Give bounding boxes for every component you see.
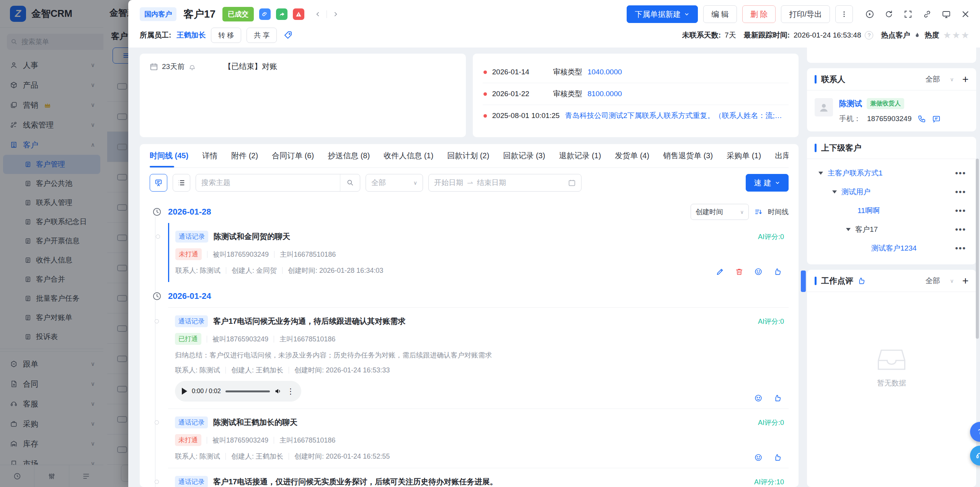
entry-meta: 联系人: 陈测试创建人: 王鹤加长创建时间: 2026-01-24 16:53:… <box>175 366 784 375</box>
help-icon[interactable]: ? <box>865 31 873 39</box>
reminder-title[interactable]: 【已结束】对账 <box>224 61 277 72</box>
audio-progress[interactable] <box>225 390 270 392</box>
thumbs-up-icon[interactable] <box>773 453 782 462</box>
print-export-button[interactable]: 打印/导出 <box>781 5 830 23</box>
tag-icon[interactable] <box>284 31 293 40</box>
caret-down-icon[interactable] <box>818 172 823 175</box>
transfer-button[interactable]: 转 移 <box>211 28 241 43</box>
search-icon[interactable] <box>340 174 360 191</box>
link-icon[interactable] <box>923 10 932 19</box>
node-more-icon[interactable]: ••• <box>955 168 966 178</box>
node-more-icon[interactable]: ••• <box>955 243 966 253</box>
tab-抄送信息[interactable]: 抄送信息 (8) <box>328 144 370 167</box>
notice-row: 2026-01-22审核类型8100.0000 <box>483 83 789 105</box>
comment-smiley-icon[interactable] <box>754 453 763 462</box>
detail-card: 时间线 (45)详情附件 (2)合同订单 (6)抄送信息 (8)收件人信息 (1… <box>140 144 799 487</box>
thumbs-up-icon[interactable] <box>773 394 782 402</box>
caret-down-icon[interactable] <box>846 228 851 231</box>
contact-name-link[interactable]: 陈测试 <box>839 98 862 109</box>
board-view-button[interactable] <box>150 174 167 192</box>
tree-node-客户17[interactable]: 客户17••• <box>811 220 972 239</box>
share-forward-icon[interactable] <box>276 8 287 20</box>
tab-附件[interactable]: 附件 (2) <box>231 144 258 167</box>
tree-node-label[interactable]: 测试客户1234 <box>871 243 916 253</box>
tree-node-主客户联系方式1[interactable]: 主客户联系方式1••• <box>811 164 972 182</box>
call-icon[interactable] <box>918 115 926 123</box>
call-status-badge: 已打通 <box>175 333 201 345</box>
refresh-icon[interactable] <box>884 10 893 19</box>
edit-button[interactable]: 编 辑 <box>703 5 737 23</box>
reminder-card: 23天前 【已结束】对账 <box>140 54 466 137</box>
prev-record-icon[interactable] <box>312 10 324 19</box>
tree-node-测试客户1234[interactable]: 测试客户1234••• <box>811 239 972 257</box>
comment-smiley-icon[interactable] <box>754 267 763 276</box>
close-icon[interactable] <box>961 10 970 19</box>
caret-down-icon[interactable] <box>832 190 837 193</box>
scrollbar-thumb[interactable] <box>976 159 979 339</box>
entry-title-row: 通话记录客户17电话接通，仅进行问候无实质业务探讨，后续可关注历史待办对账任务进… <box>175 476 784 487</box>
tree-node-label[interactable]: 测试用户 <box>841 187 871 197</box>
delete-button[interactable]: 删 除 <box>742 5 776 23</box>
tab-时间线[interactable]: 时间线 (45) <box>150 144 188 167</box>
node-more-icon[interactable]: ••• <box>955 206 966 216</box>
owner-name-link[interactable]: 王鹤加长 <box>176 30 206 40</box>
tab-发货单[interactable]: 发货单 (4) <box>615 144 649 167</box>
warning-icon[interactable] <box>293 8 304 20</box>
node-more-icon[interactable]: ••• <box>955 187 966 197</box>
next-record-icon[interactable] <box>329 10 341 19</box>
attachment-icon[interactable] <box>259 8 271 20</box>
thumbs-up-icon[interactable] <box>773 267 782 276</box>
more-actions-button[interactable] <box>835 5 853 23</box>
delete-icon[interactable] <box>735 267 743 276</box>
share-button[interactable]: 共 享 <box>247 28 277 43</box>
tab-销售退货单[interactable]: 销售退货单 (3) <box>663 144 713 167</box>
audio-player[interactable]: 0:00 / 0:02⋮ <box>175 381 301 402</box>
tab-回款记录[interactable]: 回款记录 (3) <box>503 144 545 167</box>
node-more-icon[interactable]: ••• <box>955 225 966 234</box>
sort-field-select[interactable]: 创建时间∨ <box>691 204 749 220</box>
tab-出库单[interactable]: 出库单 (4) <box>775 144 789 167</box>
tree-node-label[interactable]: 主客户联系方式1 <box>828 168 883 178</box>
audio-menu-icon[interactable]: ⋮ <box>287 387 294 396</box>
empty-text: 暂无数据 <box>877 378 906 388</box>
add-review-button[interactable]: + <box>962 275 969 286</box>
sms-icon[interactable] <box>932 115 941 123</box>
add-contact-button[interactable]: + <box>962 74 969 85</box>
create-subordinate-button[interactable]: 下属单据新建 <box>627 5 698 23</box>
fullscreen-icon[interactable] <box>903 10 913 19</box>
topic-search-input[interactable] <box>196 179 340 187</box>
reviews-filter-select[interactable]: 全部∨ <box>925 276 954 286</box>
volume-icon[interactable] <box>274 387 282 395</box>
tab-收件人信息[interactable]: 收件人信息 (1) <box>384 144 433 167</box>
notice-link[interactable]: 青岛科技公司测试2下属联系人联系方式重复。（联系人姓名：流;测试2;陈测试;，重… <box>565 111 788 121</box>
tab-退款记录[interactable]: 退款记录 (1) <box>559 144 601 167</box>
tree-node-label[interactable]: 客户17 <box>855 225 878 234</box>
tab-详情[interactable]: 详情 <box>202 144 217 167</box>
play-circle-icon[interactable] <box>865 10 874 19</box>
meta-item: 创建人: 王鹤加长 <box>231 366 283 375</box>
list-view-button[interactable] <box>173 174 190 192</box>
tab-合同订单[interactable]: 合同订单 (6) <box>272 144 314 167</box>
tree-node-11啊啊[interactable]: 11啊啊••• <box>811 201 972 220</box>
tree-node-label[interactable]: 11啊啊 <box>858 206 880 216</box>
notice-date: 2026-01-22 <box>492 90 529 98</box>
edit-icon[interactable] <box>716 267 724 276</box>
tree-node-测试用户[interactable]: 测试用户••• <box>811 182 972 201</box>
date-range-picker[interactable]: 开始日期 ⇀ 结束日期 <box>428 174 581 192</box>
play-icon[interactable] <box>182 388 187 395</box>
notice-link[interactable]: 8100.0000 <box>588 90 622 98</box>
panel-collapse-handle[interactable] <box>801 271 806 292</box>
comment-smiley-icon[interactable] <box>754 394 763 402</box>
tab-回款计划[interactable]: 回款计划 (2) <box>447 144 489 167</box>
right-panel: 联系人 全部∨ + 陈测试 兼做收货人 <box>807 48 976 487</box>
monitor-icon[interactable] <box>942 10 951 19</box>
tab-采购单[interactable]: 采购单 (1) <box>727 144 761 167</box>
quick-create-button[interactable]: 速 建 <box>746 174 789 192</box>
heat-stars[interactable]: ★★★ <box>943 30 970 41</box>
contacts-filter-select[interactable]: 全部∨ <box>925 74 954 84</box>
notice-link[interactable]: 1040.0000 <box>588 68 622 76</box>
sort-order-icon[interactable] <box>754 208 763 216</box>
scrolled-card-sliver <box>807 48 976 63</box>
type-filter-select[interactable]: 全部∨ <box>366 174 423 192</box>
no-contact-label: 未联系天数: <box>682 30 721 40</box>
